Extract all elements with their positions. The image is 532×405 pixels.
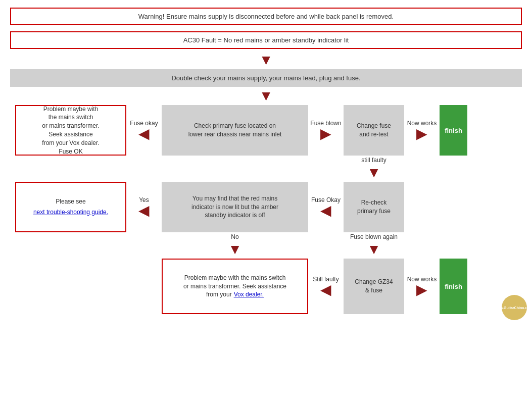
bottom-problem-box: Problem maybe with the mains switch or m… bbox=[162, 259, 308, 314]
change-gz34-text: Change GZ34 & fuse bbox=[355, 278, 393, 295]
finish-box-2: finish bbox=[440, 259, 467, 314]
still-faulty-label: still faulty bbox=[344, 157, 404, 164]
flow-row-2: Please see next trouble-shooting guide. … bbox=[10, 182, 522, 232]
fuse-okay-label-1: Fuse okay ◀ bbox=[126, 120, 162, 141]
left-problem-box-2: Please see next trouble-shooting guide. bbox=[15, 182, 126, 232]
warning-box: Warning! Ensure mains supply is disconne… bbox=[10, 8, 522, 25]
next-guide-link[interactable]: next trouble-shooting guide. bbox=[33, 208, 108, 217]
warning-text: Warning! Ensure mains supply is disconne… bbox=[138, 13, 394, 20]
arrow-down-1: ▼ bbox=[10, 53, 522, 67]
fuse-blown-again-label: Fuse blown again bbox=[344, 233, 404, 240]
still-faulty-section: still faulty ▼ bbox=[10, 157, 522, 182]
please-see-text: Please see bbox=[56, 197, 85, 206]
left-problem-box-1: Problem maybe with the mains switch or m… bbox=[15, 105, 126, 156]
vox-dealer-link[interactable]: Vox dealer. bbox=[234, 290, 264, 299]
fuse-okay-label-2: Fuse Okay ◀ bbox=[308, 196, 344, 218]
arrow-left-3: ◀ bbox=[320, 202, 331, 218]
arrow-down-2: ▼ bbox=[10, 89, 522, 103]
red-mains-box: You may find that the red mains indicato… bbox=[162, 182, 308, 232]
arrow-right-3: ▶ bbox=[416, 282, 427, 297]
finish-text-1: finish bbox=[445, 127, 462, 134]
red-mains-text: You may find that the red mains indicato… bbox=[191, 194, 278, 220]
arrow-down-4: ▼ bbox=[162, 242, 308, 257]
check-primary-fuse-text: Check primary fuse located on lower rear… bbox=[188, 122, 282, 139]
change-gz34-box: Change GZ34 & fuse bbox=[344, 259, 404, 314]
yes-label: Yes ◀ bbox=[126, 196, 162, 218]
double-check-bar: Double check your mains supply, your mai… bbox=[10, 69, 522, 87]
arrow-right-2: ▶ bbox=[416, 126, 427, 141]
now-works-label-1: Now works ▶ bbox=[404, 120, 440, 141]
no-label: No bbox=[162, 233, 308, 240]
flow-row-3: Problem maybe with the mains switch or m… bbox=[10, 259, 522, 314]
no-and-fuse-blown-section: No ▼ Fuse blown again ▼ bbox=[10, 233, 522, 259]
change-fuse-box: Change fuse and re-test bbox=[344, 105, 404, 156]
arrow-left-1: ◀ bbox=[138, 126, 150, 141]
bottom-problem-line3: from your bbox=[206, 290, 232, 299]
change-fuse-text: Change fuse and re-test bbox=[357, 122, 391, 139]
bottom-problem-line2: or mains transformer. Seek assistance bbox=[183, 282, 286, 291]
double-check-text: Double check your mains supply, your mai… bbox=[171, 74, 360, 82]
fuse-blown-label: Fuse blown ▶ bbox=[308, 120, 344, 141]
arrow-down-5: ▼ bbox=[344, 242, 404, 257]
still-faulty-label-2: Still faulty ◀ bbox=[308, 276, 344, 297]
flow-row-1: Problem maybe with the mains switch or m… bbox=[10, 105, 522, 156]
left-problem-text-1: Problem maybe with the mains switch or m… bbox=[42, 105, 99, 156]
arrow-left-4: ◀ bbox=[320, 282, 331, 297]
check-primary-fuse-box: Check primary fuse located on lower rear… bbox=[162, 105, 308, 156]
watermark: bbs.GuitarChina.com bbox=[502, 295, 527, 320]
now-works-label-2: Now works ▶ bbox=[404, 276, 440, 297]
finish-box-1: finish bbox=[440, 105, 467, 156]
arrow-right-1: ▶ bbox=[320, 126, 331, 141]
bottom-problem-line1: Problem maybe with the mains switch bbox=[184, 274, 286, 282]
bottom-problem-line3-wrap: from your Vox dealer. bbox=[206, 290, 264, 299]
recheck-fuse-box: Re-check primary fuse bbox=[344, 182, 404, 232]
finish-text-2: finish bbox=[445, 283, 462, 290]
watermark-text: bbs.GuitarChina.com bbox=[496, 305, 532, 311]
watermark-circle: bbs.GuitarChina.com bbox=[502, 295, 527, 320]
fault-box: AC30 Fault = No red mains or amber stand… bbox=[10, 31, 522, 49]
fault-title: AC30 Fault = No red mains or amber stand… bbox=[183, 36, 349, 44]
arrow-left-2: ◀ bbox=[138, 202, 150, 218]
recheck-fuse-text: Re-check primary fuse bbox=[357, 198, 391, 216]
arrow-down-3: ▼ bbox=[344, 166, 404, 180]
